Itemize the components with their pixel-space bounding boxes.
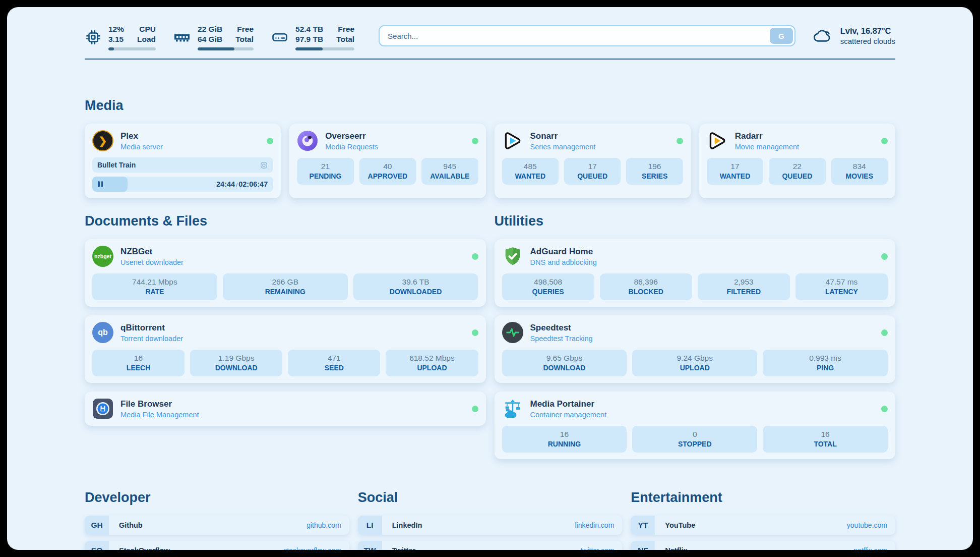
cpu-labels: CPULoad <box>137 24 156 44</box>
status-online-dot <box>677 138 683 144</box>
ram-metric: 22 GiB64 GiB FreeTotal <box>173 24 254 50</box>
stat-remaining: 266 GBREMAINING <box>223 273 348 300</box>
hard-drive-icon <box>271 28 289 46</box>
status-online-dot <box>472 138 478 144</box>
status-online-dot <box>881 138 888 144</box>
service-card-portainer[interactable]: Media Portainer Container management 16R… <box>495 392 896 459</box>
bookmark-name: StackOverflow <box>109 541 170 550</box>
middle-columns: Documents & Files nzbget NZBGet Usenet d… <box>85 213 895 468</box>
bookmark-name: Github <box>109 516 143 535</box>
service-name: Overseerr <box>325 131 378 141</box>
stat-download: 9.65 GbpsDOWNLOAD <box>502 350 627 376</box>
status-online-dot <box>881 253 888 260</box>
service-card-adguard[interactable]: AdGuard Home DNS and adblocking 498,508Q… <box>495 239 896 307</box>
bookmark-youtube[interactable]: YT YouTube youtube.com <box>631 516 895 535</box>
service-card-radarr[interactable]: Radarr Movie management 17WANTED 22QUEUE… <box>699 124 895 198</box>
stat-leech: 16LEECH <box>92 350 185 376</box>
search-input[interactable] <box>379 25 795 46</box>
service-card-filebrowser[interactable]: File Browser Media File Management <box>85 392 486 426</box>
disk-labels: FreeTotal <box>336 24 354 44</box>
disk-metric: 52.4 TB97.9 TB FreeTotal <box>271 24 354 50</box>
bookmark-name: Twitter <box>382 541 415 550</box>
stat-approved: 40APPROVED <box>359 158 416 185</box>
bookmark-url: stackoverflow.com <box>283 541 349 550</box>
adguard-shield-icon <box>502 246 523 267</box>
session-settings-icon[interactable] <box>260 161 268 170</box>
status-online-dot <box>267 138 273 144</box>
speedtest-pulse-icon <box>502 322 523 343</box>
service-name: Sonarr <box>530 131 596 141</box>
stat-download: 1.19 GbpsDOWNLOAD <box>190 350 282 376</box>
stat-series: 196SERIES <box>626 158 683 185</box>
ram-values: 22 GiB64 GiB <box>198 24 222 44</box>
section-title-documents: Documents & Files <box>85 213 486 229</box>
stat-latency: 47.57 msLATENCY <box>795 273 888 300</box>
service-name: Radarr <box>735 131 799 141</box>
search-engine-button[interactable]: G <box>770 28 793 44</box>
service-name: NZBGet <box>120 247 183 257</box>
service-name: Plex <box>120 131 163 141</box>
stat-movies: 834MOVIES <box>831 158 888 185</box>
bookmark-url: youtube.com <box>847 516 895 535</box>
now-playing-row: Bullet Train <box>92 157 273 173</box>
bookmark-name: LinkedIn <box>382 516 422 535</box>
cloud-icon <box>811 26 834 45</box>
bookmark-twitter[interactable]: TW Twitter twitter.com <box>358 541 623 550</box>
overseerr-icon <box>297 130 318 151</box>
weather-location-temp: Lviv, 16.87°C <box>840 26 895 36</box>
bookmark-name: YouTube <box>655 516 695 535</box>
bookmark-github[interactable]: GH Github github.com <box>85 516 349 535</box>
disk-progress-bar <box>295 47 354 50</box>
service-description: Usenet downloader <box>120 258 183 266</box>
playback-time: 24:44/02:06:47 <box>216 180 268 188</box>
bookmark-stackoverflow[interactable]: SO StackOverflow stackoverflow.com <box>85 541 349 550</box>
playback-progress-bar: 24:44/02:06:47 <box>92 177 273 192</box>
bookmark-url: linkedin.com <box>575 516 623 535</box>
service-description: Media Requests <box>325 143 378 151</box>
ram-labels: FreeTotal <box>235 24 254 44</box>
service-card-sonarr[interactable]: Sonarr Series management 485WANTED 17QUE… <box>495 124 691 198</box>
bookmark-abbr: LI <box>358 516 382 535</box>
stat-blocked: 86,396BLOCKED <box>600 273 692 300</box>
bookmark-url: netflix.com <box>853 541 895 550</box>
utilities-column: Utilities AdGuard Home DNS and adblockin… <box>495 213 896 468</box>
header-divider <box>85 59 895 60</box>
status-online-dot <box>881 406 888 412</box>
ram-progress-bar <box>198 47 254 50</box>
ram-icon <box>173 28 191 46</box>
service-card-qbittorrent[interactable]: qb qBittorrent Torrent downloader 16LEEC… <box>85 315 486 383</box>
service-description: Series management <box>530 143 596 151</box>
cpu-progress-bar <box>108 47 156 50</box>
bookmark-netflix[interactable]: NF Netflix netflix.com <box>631 541 895 550</box>
disk-values: 52.4 TB97.9 TB <box>295 24 323 44</box>
service-description: Media File Management <box>120 411 199 419</box>
cpu-chip-icon <box>85 29 102 46</box>
service-card-speedtest[interactable]: Speedtest Speedtest Tracking 9.65 GbpsDO… <box>495 315 896 383</box>
stat-wanted: 17WANTED <box>707 158 763 185</box>
bookmark-abbr: SO <box>85 541 109 550</box>
documents-column: Documents & Files nzbget NZBGet Usenet d… <box>85 213 486 434</box>
stat-upload: 618.52 MbpsUPLOAD <box>386 350 478 376</box>
developer-column: Developer GH Github github.com SO StackO… <box>85 490 349 550</box>
stat-total: 16TOTAL <box>763 426 888 453</box>
status-online-dot <box>881 329 888 336</box>
service-card-plex[interactable]: ❯ Plex Media server Bullet Train <box>85 124 281 198</box>
pause-icon[interactable] <box>98 181 103 187</box>
service-name: Speedtest <box>530 323 593 333</box>
social-column: Social LI LinkedIn linkedin.com TW Twitt… <box>358 490 623 550</box>
qbittorrent-icon: qb <box>92 322 113 343</box>
search-bar: G <box>379 25 795 46</box>
service-name: File Browser <box>120 399 199 409</box>
bookmark-url: twitter.com <box>580 541 622 550</box>
stat-queries: 498,508QUERIES <box>502 273 594 300</box>
stat-seed: 471SEED <box>288 350 380 376</box>
service-description: Movie management <box>735 143 799 151</box>
stat-rate: 744.21 MbpsRATE <box>92 273 217 300</box>
section-title-developer: Developer <box>85 490 349 506</box>
service-card-overseerr[interactable]: Overseerr Media Requests 21PENDING 40APP… <box>289 124 485 198</box>
portainer-crane-icon <box>502 398 523 419</box>
stat-running: 16RUNNING <box>502 426 627 453</box>
bookmark-linkedin[interactable]: LI LinkedIn linkedin.com <box>358 516 623 535</box>
service-card-nzbget[interactable]: nzbget NZBGet Usenet downloader 744.21 M… <box>85 239 486 307</box>
window-frame: 12%3.15 CPULoad <box>0 0 980 557</box>
